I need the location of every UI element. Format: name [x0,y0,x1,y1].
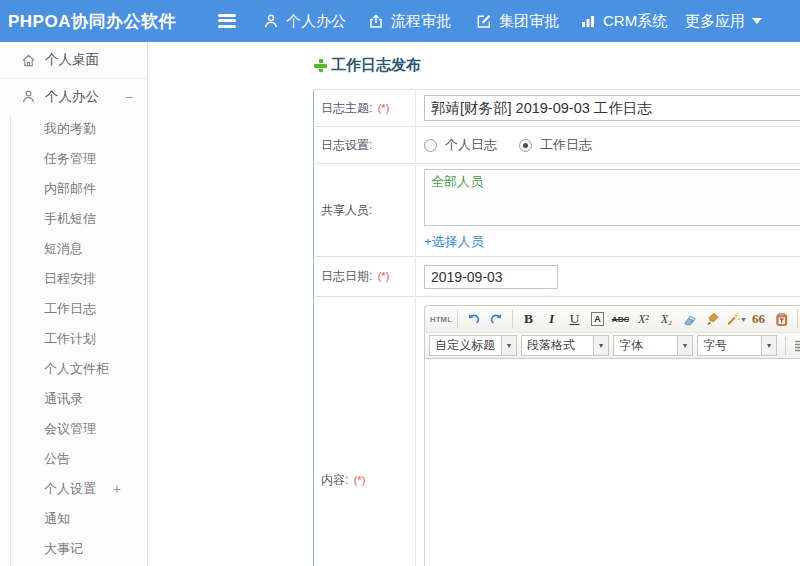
paste-text-button[interactable] [771,309,792,330]
sidebar-item-label: 个人桌面 [45,51,99,69]
sidebar-item-work-plan[interactable]: 工作计划 [0,324,147,354]
required-mark: (*) [378,102,390,114]
sidebar-item-file-cabinet[interactable]: 个人文件柜 [0,354,147,384]
caret-down-icon: ▾ [593,336,608,355]
sidebar-item-personal-settings[interactable]: 个人设置+ [0,474,147,504]
sidebar-item-meetings[interactable]: 会议管理 [0,414,147,444]
auto-typeset-button[interactable]: ▾ [725,309,746,330]
radio-work-log-label[interactable]: 工作日志 [540,136,592,154]
user-icon [21,89,36,104]
log-type-radio-group: 个人日志 工作日志 [424,136,800,154]
add-icon [313,58,328,73]
paragraph-format-select[interactable]: 段落格式 ▾ [521,335,609,356]
clipboard-icon [774,312,789,327]
nav-label: 集团审批 [499,12,559,31]
radio-personal-log-label[interactable]: 个人日志 [445,136,497,154]
user-icon [263,13,279,29]
collapse-icon[interactable]: − [125,89,133,105]
font-size-select[interactable]: 字号 ▾ [697,335,777,356]
caret-down-icon: ▾ [742,315,746,324]
eraser-icon [682,312,697,326]
custom-title-select[interactable]: 自定义标题 ▾ [429,335,517,356]
align-left-icon [795,340,800,352]
source-code-button[interactable]: HTML [430,309,452,330]
format-painter-button[interactable] [702,309,723,330]
caret-down-icon [752,18,762,24]
sidebar-item-attendance[interactable]: 我的考勤 [0,114,147,144]
nav-label: 更多应用 [685,12,745,31]
sidebar-item-office[interactable]: 个人办公 − [0,79,147,114]
sidebar: 个人桌面 个人办公 − 我的考勤 任务管理 内部邮件 手机短信 短消息 日程安排… [0,42,148,566]
radio-personal-log[interactable] [424,139,437,152]
blockquote-button[interactable]: 66 [748,309,769,330]
editor-toolbar-row1: HTML B I U A ABC X² X₂ ▾ [424,305,800,332]
sidebar-submenu: 我的考勤 任务管理 内部邮件 手机短信 短消息 日程安排 工作日志 工作计划 个… [0,114,147,564]
select-members-link[interactable]: +选择人员 [424,233,484,251]
sidebar-item-short-messages[interactable]: 短消息 [0,234,147,264]
nav-more-apps[interactable]: 更多应用 [685,0,762,42]
type-label: 日志设置: [321,138,372,152]
sidebar-item-tasks[interactable]: 任务管理 [0,144,147,174]
sidebar-item-announcements[interactable]: 公告 [0,444,147,474]
main-content: 工作日志发布 日志主题: (*) 日志设置: 个人日志 工作日志 [313,50,800,566]
date-input[interactable] [424,265,558,289]
nav-group-approval[interactable]: 集团审批 [476,0,559,42]
redo-icon [489,312,504,326]
sidebar-item-schedule[interactable]: 日程安排 [0,264,147,294]
editor-body[interactable] [424,359,800,566]
strikethrough-button[interactable]: ABC [610,309,631,330]
app-logo: PHPOA协同办公软件 [8,0,176,42]
subject-input[interactable] [424,95,800,121]
page-title: 工作日志发布 [331,56,421,75]
date-label: 日志日期: [321,269,372,283]
nav-label: 个人办公 [286,12,346,31]
superscript-button[interactable]: X² [633,309,654,330]
sidebar-item-contacts[interactable]: 通讯录 [0,384,147,414]
caret-down-icon: ▾ [761,336,776,355]
sidebar-item-memorabilia[interactable]: 大事记 [0,534,147,564]
caret-down-icon: ▾ [501,336,516,355]
content-label: 内容: [321,473,348,487]
nav-crm-system[interactable]: CRM系统 [580,0,667,42]
bar-chart-icon [580,13,596,29]
flow-upload-icon [368,13,384,29]
font-border-button[interactable]: A [587,309,608,330]
share-members-box[interactable]: 全部人员 [424,169,800,226]
align-left-button[interactable] [791,335,800,356]
nav-personal-office[interactable]: 个人办公 [263,0,346,42]
subscript-button[interactable]: X₂ [656,309,677,330]
undo-button[interactable] [463,309,484,330]
form-row-content: 内容: (*) HTML B I U A ABC [314,297,800,566]
redo-button[interactable] [486,309,507,330]
subject-label: 日志主题: [321,101,372,115]
top-bar: PHPOA协同办公软件 个人办公 流程审批 集团审批 CRM系统 更多应用 [0,0,800,42]
sidebar-item-internal-mail[interactable]: 内部邮件 [0,174,147,204]
sidebar-item-mobile-sms[interactable]: 手机短信 [0,204,147,234]
sidebar-item-label: 个人办公 [45,88,99,106]
bold-button[interactable]: B [518,309,539,330]
sidebar-item-notices[interactable]: 通知 [0,504,147,534]
form-row-share-members: 共享人员: 全部人员 +选择人员 [314,164,800,257]
remove-format-button[interactable] [679,309,700,330]
editor-toolbar-row2: 自定义标题 ▾ 段落格式 ▾ 字体 ▾ 字号 ▾ [424,332,800,359]
sidebar-item-work-log[interactable]: 工作日志 [0,294,147,324]
form-row-log-type: 日志设置: 个人日志 工作日志 [314,127,800,164]
magic-wand-icon [726,312,741,326]
menu-toggle-icon[interactable] [218,14,236,28]
expand-icon[interactable]: + [113,474,121,504]
brush-icon [705,312,720,326]
underline-button[interactable]: U [564,309,585,330]
nav-workflow-approval[interactable]: 流程审批 [368,0,451,42]
share-members-value: 全部人员 [431,174,483,189]
sidebar-item-desktop[interactable]: 个人桌面 [0,42,147,79]
edit-icon [476,13,492,29]
undo-icon [466,312,481,326]
nav-label: 流程审批 [391,12,451,31]
italic-button[interactable]: I [541,309,562,330]
font-family-select[interactable]: 字体 ▾ [613,335,693,356]
page-header: 工作日志发布 [313,56,800,75]
caret-down-icon: ▾ [677,336,692,355]
required-mark: (*) [378,270,390,282]
nav-label: CRM系统 [603,12,667,31]
radio-work-log[interactable] [519,139,532,152]
